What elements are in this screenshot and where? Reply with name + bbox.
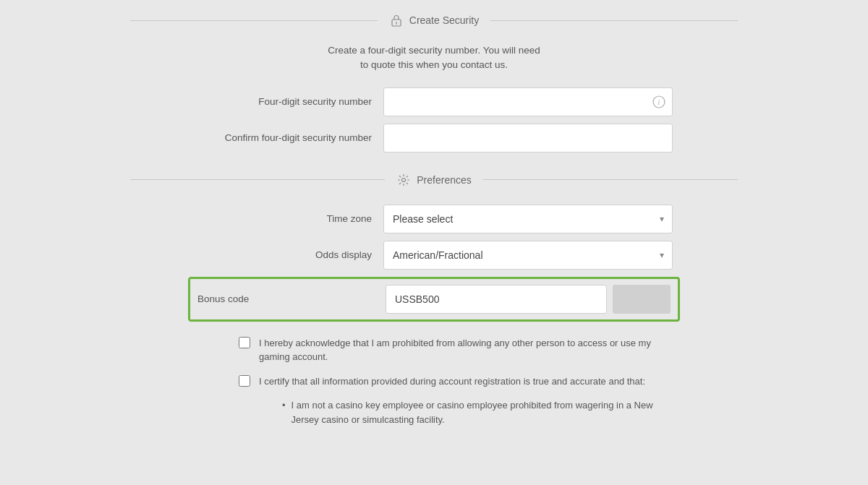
timezone-label: Time zone <box>195 213 383 224</box>
bonus-code-row: Bonus code <box>188 277 680 322</box>
security-number-input-wrapper: i <box>383 87 673 116</box>
svg-point-5 <box>402 178 406 181</box>
preferences-form: Time zone Please select Eastern Time (ET… <box>152 205 716 322</box>
security-number-input[interactable] <box>383 87 673 116</box>
bonus-apply-button[interactable] <box>613 285 671 314</box>
bonus-code-input[interactable] <box>386 285 607 314</box>
preferences-title-text: Preferences <box>417 174 471 186</box>
confirm-security-input-wrapper <box>383 124 673 153</box>
checkbox-certify[interactable] <box>239 375 250 387</box>
checkbox-acknowledge-label: I hereby acknowledge that I am prohibite… <box>259 336 673 364</box>
svg-point-1 <box>396 22 397 24</box>
page-container: Create Security Create a four-digit secu… <box>0 0 868 426</box>
security-form: Four-digit security number i Confirm fou… <box>152 87 716 153</box>
divider-line-right <box>490 20 738 21</box>
bonus-code-label: Bonus code <box>197 285 386 314</box>
pref-divider-line-left <box>130 179 385 180</box>
security-section-title: Create Security <box>378 13 490 27</box>
security-number-label: Four-digit security number <box>195 96 383 107</box>
pref-divider-line-right <box>483 179 738 180</box>
timezone-select[interactable]: Please select Eastern Time (ET) Central … <box>383 205 673 233</box>
timezone-row: Time zone Please select Eastern Time (ET… <box>195 205 673 233</box>
odds-row: Odds display American/Fractional Decimal… <box>195 241 673 270</box>
confirm-security-row: Confirm four-digit security number <box>195 124 673 153</box>
checkboxes-section: I hereby acknowledge that I am prohibite… <box>152 329 716 427</box>
odds-select-wrapper: American/Fractional Decimal American ▾ <box>383 241 673 270</box>
bullet-item-1: I am not a casino key employee or casino… <box>282 398 673 426</box>
checkbox-acknowledge[interactable] <box>239 337 250 348</box>
divider-line-left <box>130 20 378 21</box>
lock-icon <box>389 13 404 27</box>
timezone-select-wrapper: Please select Eastern Time (ET) Central … <box>383 205 673 233</box>
confirm-security-input[interactable] <box>383 124 673 153</box>
bullet-list: I am not a casino key employee or casino… <box>195 398 673 426</box>
checkbox-row-2: I certify that all information provided … <box>195 374 673 389</box>
svg-text:i: i <box>658 98 660 106</box>
info-icon: i <box>652 95 665 108</box>
gear-icon <box>396 173 411 187</box>
bonus-input-wrapper <box>386 285 607 314</box>
security-title-text: Create Security <box>409 14 479 26</box>
checkbox-certify-label: I certify that all information provided … <box>259 374 645 389</box>
odds-label: Odds display <box>195 249 383 260</box>
odds-select[interactable]: American/Fractional Decimal American <box>383 241 673 270</box>
preferences-section-title: Preferences <box>385 173 482 187</box>
confirm-security-label: Confirm four-digit security number <box>195 132 383 143</box>
preferences-section-divider: Preferences <box>130 160 738 194</box>
bullet-item-1-text: I am not a casino key employee or casino… <box>292 398 673 426</box>
security-section-divider: Create Security <box>130 0 738 35</box>
security-description: Create a four-digit security number. You… <box>297 43 571 73</box>
checkbox-row-1: I hereby acknowledge that I am prohibite… <box>195 336 673 364</box>
security-number-row: Four-digit security number i <box>195 87 673 116</box>
